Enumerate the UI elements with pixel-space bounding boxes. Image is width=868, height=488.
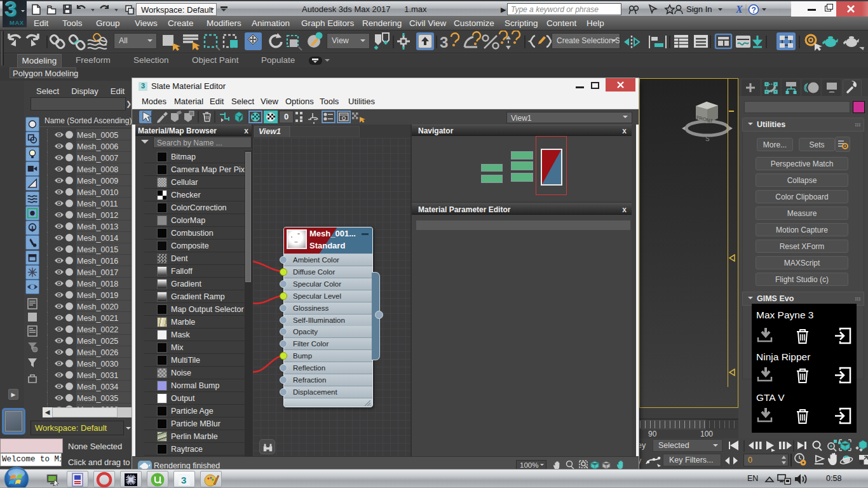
svg-text:3: 3: [181, 475, 186, 485]
svg-text:Sign In: Sign In: [686, 4, 712, 14]
svg-text:S: S: [705, 135, 710, 142]
svg-text:3: 3: [440, 34, 448, 51]
svg-text:?: ?: [752, 6, 756, 15]
svg-text:X: X: [735, 4, 743, 15]
